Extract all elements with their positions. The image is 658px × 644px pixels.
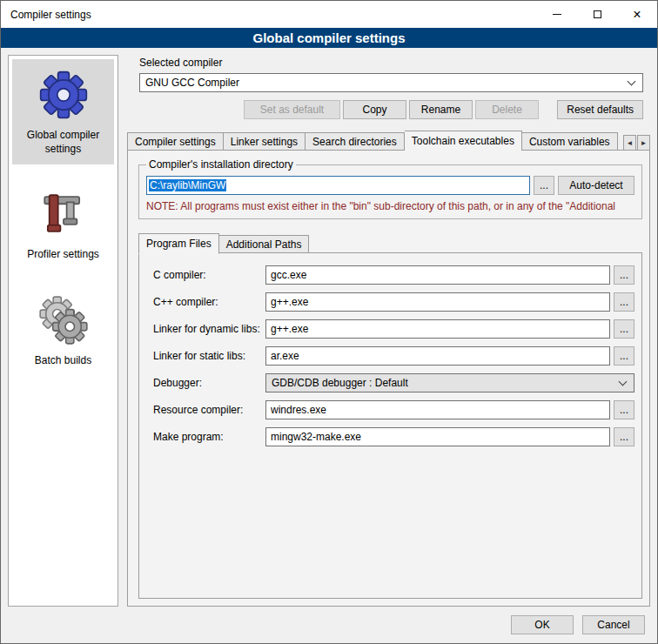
sidebar-item-profiler-settings[interactable]: Profiler settings (12, 178, 114, 271)
tabs-strip: Compiler settings Linker settings Search… (127, 131, 618, 151)
program-files-page: C compiler: ... C++ compiler: ... Linker… (138, 252, 642, 599)
tab-scroll-right-button[interactable]: ► (637, 135, 650, 151)
toolchain-executables-page: Compiler's installation directory C:\ray… (127, 150, 650, 607)
tab-custom-variables[interactable]: Custom variables (522, 132, 618, 151)
blue-gear-icon (38, 70, 89, 120)
debugger-value: GDB/CDB debugger : Default (272, 377, 408, 389)
installation-directory-input[interactable]: C:\raylib\MinGW (146, 176, 530, 195)
chevron-down-icon (619, 377, 628, 386)
tab-linker-settings[interactable]: Linker settings (224, 132, 306, 151)
compiler-settings-window: Compiler settings × Global compiler sett… (0, 0, 658, 644)
installation-note: NOTE: All programs must exist either in … (146, 200, 634, 212)
tab-search-directories[interactable]: Search directories (306, 132, 405, 151)
cpp-compiler-input[interactable] (265, 292, 610, 312)
reset-defaults-button[interactable]: Reset defaults (557, 100, 643, 119)
installation-directory-value: C:\raylib\MinGW (149, 179, 226, 191)
form-row-cpp-compiler: C++ compiler: ... (153, 292, 634, 312)
make-program-browse-button[interactable]: ... (614, 427, 634, 446)
field-label: Linker for static libs: (153, 350, 265, 362)
debugger-dropdown[interactable]: GDB/CDB debugger : Default (265, 373, 634, 392)
titlebar: Compiler settings × (1, 1, 657, 28)
form-row-c-compiler: C compiler: ... (153, 265, 634, 285)
field-label: C compiler: (153, 269, 265, 281)
minimize-icon (553, 14, 561, 15)
static-linker-browse-button[interactable]: ... (614, 346, 634, 366)
dynamic-linker-browse-button[interactable]: ... (614, 319, 634, 339)
installation-directory-group: Compiler's installation directory C:\ray… (138, 164, 642, 219)
dynamic-linker-input[interactable] (265, 319, 610, 339)
dialog-footer: OK Cancel (1, 612, 657, 643)
tab-scroll-buttons: ◄ ► (623, 135, 650, 151)
dialog-body: Global compiler settings Profiler settin… (1, 48, 657, 612)
window-title: Compiler settings (1, 9, 91, 21)
main-panel: Selected compiler GNU GCC Compiler Set a… (127, 55, 650, 607)
resource-compiler-browse-button[interactable]: ... (614, 400, 634, 419)
close-icon: × (633, 8, 641, 22)
arrow-left-icon: ◄ (627, 139, 634, 147)
sidebar-item-label: Global compiler settings (14, 129, 112, 156)
static-linker-input[interactable] (265, 346, 610, 366)
arrow-right-icon: ► (641, 139, 648, 147)
sidebar-item-label: Profiler settings (27, 248, 99, 262)
settings-category-sidebar: Global compiler settings Profiler settin… (8, 55, 118, 607)
dialog-header: Global compiler settings (1, 28, 657, 48)
maximize-button[interactable] (577, 1, 617, 28)
c-compiler-input[interactable] (265, 265, 610, 285)
chevron-down-icon (628, 77, 636, 85)
maximize-icon (594, 10, 601, 18)
form-row-resource-compiler: Resource compiler: ... (153, 400, 634, 419)
field-label: Linker for dynamic libs: (153, 323, 265, 335)
sub-tab-bar: Program Files Additional Paths (138, 233, 642, 253)
c-compiler-browse-button[interactable]: ... (614, 265, 634, 285)
ok-button[interactable]: OK (511, 615, 574, 634)
copy-button[interactable]: Copy (343, 100, 406, 119)
resource-compiler-input[interactable] (265, 400, 610, 419)
delete-button[interactable]: Delete (475, 100, 539, 119)
installation-directory-group-label: Compiler's installation directory (146, 158, 296, 171)
field-label: C++ compiler: (153, 296, 265, 308)
tab-bar: Compiler settings Linker settings Search… (127, 131, 650, 151)
tab-toolchain-executables[interactable]: Toolchain executables (405, 131, 522, 151)
close-button[interactable]: × (617, 1, 657, 28)
sidebar-item-global-compiler-settings[interactable]: Global compiler settings (12, 59, 114, 164)
profiler-tool-icon (38, 189, 89, 239)
installation-directory-row: C:\raylib\MinGW ... Auto-detect (146, 176, 634, 195)
subtab-additional-paths[interactable]: Additional Paths (219, 235, 310, 253)
selected-compiler-value: GNU GCC Compiler (145, 77, 239, 89)
subtab-program-files[interactable]: Program Files (138, 233, 219, 254)
sidebar-item-label: Batch builds (35, 354, 91, 368)
rename-button[interactable]: Rename (409, 100, 473, 119)
auto-detect-button[interactable]: Auto-detect (558, 176, 634, 195)
set-as-default-button[interactable]: Set as default (244, 100, 340, 119)
tab-compiler-settings[interactable]: Compiler settings (127, 132, 224, 151)
window-controls: × (537, 1, 657, 28)
selected-compiler-label: Selected compiler (139, 57, 643, 69)
form-row-make-program: Make program: ... (153, 427, 634, 446)
cancel-button[interactable]: Cancel (582, 615, 645, 634)
selected-compiler-dropdown[interactable]: GNU GCC Compiler (139, 73, 643, 92)
installation-directory-browse-button[interactable]: ... (534, 176, 554, 195)
field-label: Resource compiler: (153, 404, 265, 416)
selected-compiler-section: Selected compiler GNU GCC Compiler Set a… (127, 55, 650, 119)
tab-scroll-left-button[interactable]: ◄ (623, 135, 636, 151)
minimize-button[interactable] (537, 1, 577, 28)
form-row-static-linker: Linker for static libs: ... (153, 346, 634, 366)
form-row-dynamic-linker: Linker for dynamic libs: ... (153, 319, 634, 339)
make-program-input[interactable] (265, 427, 610, 446)
cpp-compiler-browse-button[interactable]: ... (614, 292, 634, 312)
field-label: Debugger: (153, 377, 265, 389)
gray-gears-icon (38, 295, 89, 345)
compiler-actions: Set as default Copy Rename Delete Reset … (139, 100, 643, 119)
field-label: Make program: (153, 431, 265, 443)
sidebar-item-batch-builds[interactable]: Batch builds (12, 285, 114, 377)
form-row-debugger: Debugger: GDB/CDB debugger : Default (153, 373, 634, 392)
